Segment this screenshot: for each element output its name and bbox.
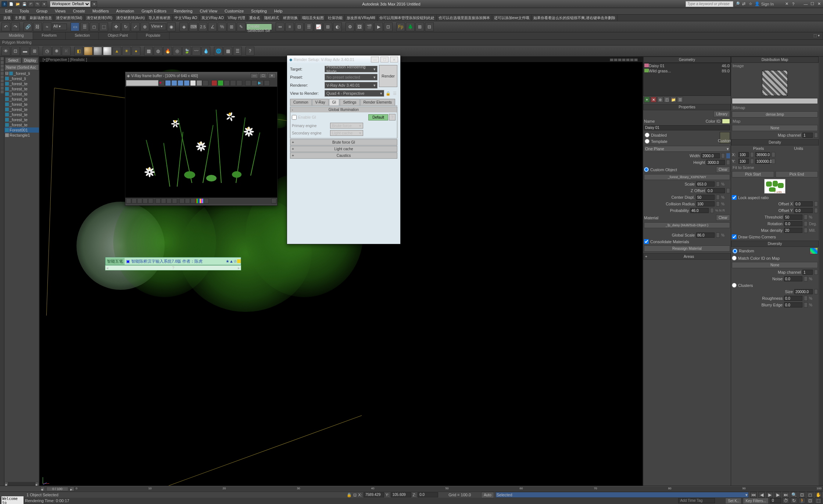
se-tool[interactable] xyxy=(1,83,4,86)
use-center-btn[interactable]: ◉ xyxy=(167,22,176,31)
blurry-spinner[interactable]: 0.0 xyxy=(784,302,802,307)
cn-btn[interactable]: 重命名 xyxy=(247,15,262,21)
cn-btn[interactable]: 清空材质球(Arch) xyxy=(114,15,147,21)
vfb-btm[interactable] xyxy=(167,198,172,204)
rough-spinner[interactable]: 0.0 xyxy=(784,296,802,301)
folder-btn[interactable]: 📁 xyxy=(670,97,676,102)
rs-max-btn[interactable]: ☐ xyxy=(380,57,389,62)
tab-settings[interactable]: Settings xyxy=(340,99,359,105)
ft-def[interactable]: ◎ xyxy=(173,47,182,55)
match-radio[interactable] xyxy=(732,256,737,260)
y-un-spinner[interactable]: 100000.0 xyxy=(755,159,770,164)
clusters-radio[interactable] xyxy=(732,283,737,288)
viewport-label[interactable]: [+][Perspective ] [Realistic ] xyxy=(43,58,87,62)
qat-save[interactable]: 💾 xyxy=(21,1,27,7)
ribbon-selection[interactable]: Selection xyxy=(66,32,99,39)
tab-render-elements[interactable]: Render Elements xyxy=(360,99,395,105)
ft-sphere3[interactable] xyxy=(103,47,112,55)
maximize-icon[interactable]: ☐ xyxy=(810,1,815,7)
se-tool[interactable] xyxy=(1,68,4,71)
vfb-g-btn[interactable] xyxy=(178,80,183,86)
tab-gi[interactable]: GI xyxy=(329,99,340,105)
qat-new[interactable]: 📄 xyxy=(8,1,14,7)
render-frame-btn[interactable]: 🖼 xyxy=(355,22,364,31)
vfb-btm[interactable] xyxy=(132,198,137,204)
ft-globe[interactable]: 🌐 xyxy=(214,47,223,55)
material-btn[interactable]: _fp_daisy (Multi/Sub-Object ) xyxy=(644,222,730,228)
se-tool[interactable] xyxy=(1,79,4,82)
cradius-spinner[interactable]: 100 xyxy=(696,201,715,206)
x-un-spinner[interactable]: 36900.0 xyxy=(755,152,770,157)
ft-marble[interactable]: ◍ xyxy=(154,47,162,55)
primary-engine-drop[interactable]: Brute force▾ xyxy=(330,123,363,129)
pick-start-btn[interactable]: Pick Start xyxy=(732,171,774,177)
state-sets-btn[interactable]: ⊡ xyxy=(384,22,393,31)
bitmap-btn[interactable]: dense.bmp xyxy=(732,111,818,118)
undo-btn[interactable]: ↶ xyxy=(1,22,10,31)
enable-gi-check[interactable] xyxy=(292,115,297,120)
render-btn[interactable]: 🎬 xyxy=(365,22,373,31)
menu-animation[interactable]: Animation xyxy=(112,8,138,14)
ft-dots[interactable]: ⁙ xyxy=(62,47,71,55)
tab-vray[interactable]: V-Ray xyxy=(312,99,329,105)
ft-disc[interactable]: ● xyxy=(132,47,140,55)
vfb-tb[interactable] xyxy=(230,80,236,86)
unlink-btn[interactable]: ⛓ xyxy=(33,22,42,31)
lock-aspect-check[interactable] xyxy=(732,195,737,200)
tree-lister-btn[interactable]: 🌲 xyxy=(406,22,415,31)
gscale-spinner[interactable]: 86.0 xyxy=(696,233,715,238)
maxd-spinner[interactable]: 20 xyxy=(784,228,802,233)
scene-list-header[interactable]: Name (Sorted Asc xyxy=(4,64,39,71)
app-icon[interactable]: 3 xyxy=(1,1,7,7)
rs-min-btn[interactable]: — xyxy=(371,57,379,62)
gi-default-btn[interactable]: Default xyxy=(368,114,388,120)
ft-list[interactable]: ☰ xyxy=(233,47,242,55)
spinner-snap-btn[interactable]: ⊞ xyxy=(227,22,236,31)
ft-wave[interactable]: 〰 xyxy=(192,47,201,55)
vfb-btm[interactable] xyxy=(185,198,190,204)
fp-btn[interactable]: Fp xyxy=(396,22,405,31)
ribbon-objectpaint[interactable]: Object Paint xyxy=(99,32,137,39)
ft-plane[interactable]: ▬ xyxy=(21,47,29,55)
scene-list[interactable]: ⊟_forest_li _forest_li _forest_te _fores… xyxy=(4,71,39,482)
vfb-btm[interactable] xyxy=(148,198,153,204)
menu-help[interactable]: Help xyxy=(271,8,286,14)
vfb-mono-btn[interactable] xyxy=(196,80,202,86)
library-btn[interactable]: Library xyxy=(713,111,730,117)
select-name-btn[interactable]: ☰ xyxy=(80,22,89,31)
vfb-render-output[interactable] xyxy=(125,87,277,198)
ft-checker[interactable]: ▦ xyxy=(144,47,153,55)
snap-btn[interactable]: 2.5 xyxy=(198,22,207,31)
time-ruler[interactable]: 01020 304050 607080 90100 xyxy=(74,487,823,487)
qat-redo[interactable]: ↷ xyxy=(35,1,40,7)
named-sel-sets-btn[interactable]: ✎ xyxy=(237,22,246,31)
cn-btn[interactable]: 导入所有材质 xyxy=(147,15,173,21)
vfb-save-btn[interactable] xyxy=(218,80,223,86)
se-tool[interactable] xyxy=(1,72,4,75)
target-drop[interactable]: Production Rendering Mode▾ xyxy=(325,66,377,72)
ribbon-modeling[interactable]: Modeling xyxy=(0,32,33,39)
ft-box[interactable]: ⊡ xyxy=(11,47,20,55)
random-radio[interactable] xyxy=(733,249,737,253)
size-spinner[interactable]: 20000.0 xyxy=(794,289,813,294)
vfb-corner[interactable] xyxy=(271,198,276,204)
ribbon-populate[interactable]: Populate xyxy=(137,32,169,39)
vfb-btm[interactable] xyxy=(190,198,196,204)
clear-obj-btn[interactable]: Clear xyxy=(716,166,730,173)
scale-btn[interactable]: ⤢ xyxy=(131,22,140,31)
menu-tools[interactable]: Tools xyxy=(16,8,33,14)
menu-modifiers[interactable]: Modifiers xyxy=(89,8,112,14)
toolbar-opts-icon[interactable]: ✕ xyxy=(784,1,789,7)
match-map-btn[interactable]: None xyxy=(732,262,818,268)
menu-edit[interactable]: Edit xyxy=(1,8,16,14)
scene-select-btn[interactable]: Select xyxy=(5,57,21,64)
menu-group[interactable]: Group xyxy=(33,8,51,14)
percent-snap-btn[interactable]: % xyxy=(218,22,226,31)
opts-btn[interactable]: ☰ xyxy=(677,97,683,102)
curve-editor-btn[interactable]: 📈 xyxy=(314,22,323,31)
cn-btn[interactable]: 放改所有VRayMtl xyxy=(345,15,377,21)
help-icon[interactable]: ? xyxy=(791,1,796,7)
lock-view-icon[interactable]: 🔒 xyxy=(386,91,391,96)
time-slider[interactable]: 0 / 100 xyxy=(46,487,68,487)
cn-btn[interactable]: 清空材质球(Std) xyxy=(54,15,85,21)
